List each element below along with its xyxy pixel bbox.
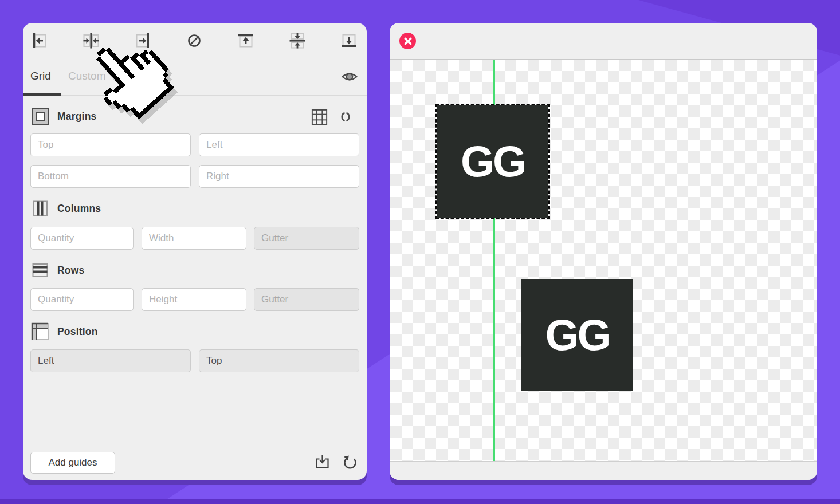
columns-icon xyxy=(30,199,50,218)
toggle-visibility-button[interactable] xyxy=(340,68,359,86)
reset-button[interactable] xyxy=(342,453,359,470)
center-horizontal-icon xyxy=(81,30,101,51)
columns-quantity-input[interactable] xyxy=(30,227,134,250)
footer-divider xyxy=(23,440,367,440)
background-bottom-strip xyxy=(0,499,840,504)
grid-preview-icon[interactable] xyxy=(310,108,329,127)
position-left-input[interactable] xyxy=(30,349,191,372)
active-tab-indicator xyxy=(23,93,61,96)
margin-left-input[interactable] xyxy=(199,133,359,156)
guides-settings-panel: Grid Custom Margins xyxy=(23,23,367,480)
align-bottom-guide-button[interactable] xyxy=(339,30,359,51)
rows-title: Rows xyxy=(57,265,84,277)
center-vertical-guide-button[interactable] xyxy=(287,30,308,51)
canvas-window-footer xyxy=(390,461,817,480)
margin-top-input[interactable] xyxy=(30,133,191,156)
rows-section-header: Rows xyxy=(30,261,84,280)
columns-gutter-input[interactable] xyxy=(254,227,359,250)
guide-toolbar xyxy=(23,23,367,58)
position-icon xyxy=(30,322,50,341)
layer-square[interactable]: GG xyxy=(521,279,633,391)
clear-guides-button[interactable] xyxy=(184,30,205,51)
rows-height-input[interactable] xyxy=(142,288,246,311)
unlink-values-icon[interactable] xyxy=(336,107,355,127)
align-right-icon xyxy=(132,30,153,51)
margins-section-header: Margins xyxy=(30,107,97,126)
columns-title: Columns xyxy=(57,203,101,215)
center-vertical-icon xyxy=(287,30,308,51)
canvas-window: GG GG xyxy=(390,23,817,480)
margins-title: Margins xyxy=(57,111,97,123)
position-top-input[interactable] xyxy=(199,349,359,372)
tab-grid[interactable]: Grid xyxy=(30,70,51,82)
align-left-icon xyxy=(29,30,50,51)
columns-width-input[interactable] xyxy=(142,227,246,250)
layer-label: GG xyxy=(461,140,525,183)
position-title: Position xyxy=(57,326,98,338)
tab-bar: Grid Custom xyxy=(23,58,367,96)
margin-bottom-input[interactable] xyxy=(30,165,191,188)
columns-section-header: Columns xyxy=(30,199,101,218)
align-left-guide-button[interactable] xyxy=(29,30,50,51)
add-guides-button[interactable]: Add guides xyxy=(30,452,115,474)
layer-label: GG xyxy=(545,313,609,357)
artboard-canvas[interactable]: GG GG xyxy=(390,60,817,462)
align-right-guide-button[interactable] xyxy=(132,30,153,51)
selected-layer-square[interactable]: GG xyxy=(435,104,550,219)
eye-icon xyxy=(340,68,359,86)
position-section-header: Position xyxy=(30,322,98,341)
reset-undo-icon xyxy=(342,453,359,470)
rows-quantity-input[interactable] xyxy=(30,288,134,311)
clear-guides-icon xyxy=(184,30,205,51)
close-icon xyxy=(404,37,412,45)
center-horizontal-guide-button[interactable] xyxy=(81,30,101,51)
align-top-guide-button[interactable] xyxy=(235,30,256,51)
close-button[interactable] xyxy=(399,33,416,49)
align-bottom-icon xyxy=(339,30,359,51)
margins-tools xyxy=(310,107,362,127)
canvas-window-header xyxy=(390,23,817,60)
save-preset-button[interactable] xyxy=(315,454,330,470)
import-tray-icon xyxy=(315,454,330,470)
margin-right-input[interactable] xyxy=(199,165,359,188)
align-top-icon xyxy=(235,30,256,51)
margins-icon xyxy=(30,107,50,126)
rows-icon xyxy=(30,261,50,280)
tab-custom[interactable]: Custom xyxy=(68,70,105,82)
rows-gutter-input[interactable] xyxy=(254,288,359,311)
